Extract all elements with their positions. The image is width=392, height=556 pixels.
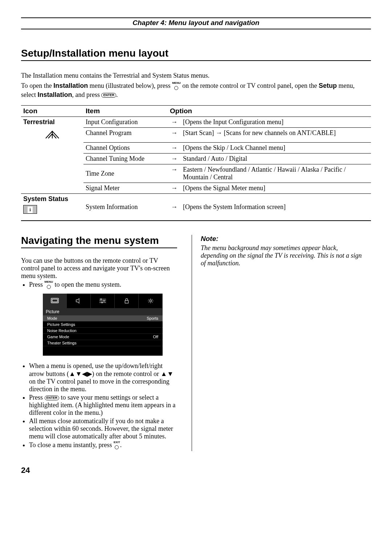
tv-tab-lock-icon	[115, 294, 139, 308]
tv-menu-row: Game ModeOff	[43, 334, 163, 340]
tv-tab-picture-icon	[43, 294, 67, 308]
bullet-list: Press MENU to open the menu system. Pict…	[21, 281, 177, 450]
table-row: Channel Options → [Opens the Skip / Lock…	[21, 143, 371, 154]
section-title-navigating: Navigating the menu system	[21, 235, 177, 248]
exit-button-icon: EXIT	[114, 441, 120, 450]
svg-rect-5	[125, 301, 128, 303]
list-item: Press ENTER to save your menu settings o…	[29, 394, 177, 417]
open-instructions: To open the Installation menu (illustrat…	[21, 82, 371, 99]
svg-point-6	[150, 300, 152, 302]
table-row: Signal Meter → [Opens the Signal Meter m…	[21, 183, 371, 194]
tv-menu-row: ModeSports	[43, 315, 163, 322]
table-row: Time Zone → Eastern / Newfoundland / Atl…	[21, 164, 371, 183]
th-item: Item	[83, 106, 168, 117]
tv-tab-preferences-icon	[91, 294, 115, 308]
antenna-icon	[21, 128, 83, 143]
section-title-setup: Setup/Installation menu layout	[21, 48, 371, 61]
tv-menu-row: Noise Reduction	[43, 328, 163, 334]
menu-button-icon: MENU	[45, 281, 53, 290]
list-item: All menus close automatically if you do …	[29, 417, 177, 440]
tv-menu-row: Picture Settings	[43, 322, 163, 328]
note-heading: Note:	[201, 235, 364, 243]
tv-menu-row: Theater Settings	[43, 340, 163, 346]
list-item: When a menu is opened, use the up/down/l…	[29, 362, 177, 393]
menu-button-icon: MENU	[172, 82, 181, 91]
svg-rect-1	[52, 299, 57, 302]
group-label-system-status: System Status	[23, 195, 68, 203]
th-option: Option	[168, 106, 371, 117]
list-item: Press MENU to open the menu system. Pict…	[29, 281, 177, 356]
note-body: The menu background may sometimes appear…	[201, 244, 364, 267]
chapter-header: Chapter 4: Menu layout and navigation	[21, 17, 371, 29]
nav-intro: You can use the buttons on the remote co…	[21, 257, 177, 280]
page-number: 24	[21, 466, 371, 475]
enter-button-icon: ENTER	[45, 396, 60, 400]
enter-button-icon: ENTER	[101, 93, 116, 98]
th-icon: Icon	[21, 106, 83, 117]
tv-menu-mock: Picture ModeSports Picture Settings Nois…	[43, 294, 163, 356]
table-row: Channel Program → [Start Scan] → [Scans …	[21, 128, 371, 143]
menu-layout-table: Icon Item Option Terrestrial Input Confi…	[21, 105, 371, 221]
group-label-terrestrial: Terrestrial	[21, 117, 83, 128]
svg-point-2	[101, 299, 102, 300]
tv-menu-heading: Picture	[43, 308, 163, 315]
tv-tab-sound-icon	[67, 294, 91, 308]
intro-text: The Installation menu contains the Terre…	[21, 72, 371, 79]
table-row: System Status i System Information → [Op…	[21, 194, 371, 221]
list-item: To close a menu instantly, press EXIT.	[29, 441, 177, 450]
svg-point-3	[103, 301, 105, 302]
tv-tab-setup-icon	[139, 294, 163, 308]
table-row: Terrestrial Input Configuration → [Opens…	[21, 117, 371, 128]
info-icon: i	[23, 205, 37, 214]
table-row: Channel Tuning Mode → Standard / Auto / …	[21, 154, 371, 164]
svg-point-4	[101, 302, 102, 303]
